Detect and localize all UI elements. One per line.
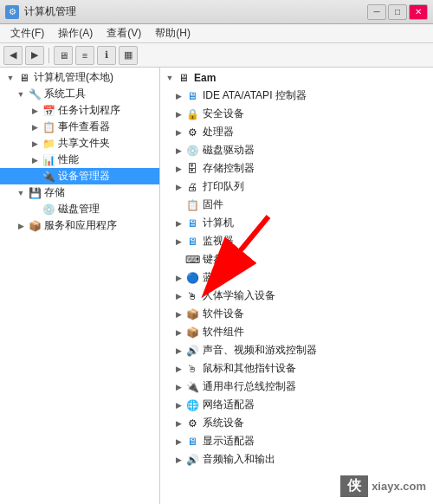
header-arrow: ▼ xyxy=(164,72,176,84)
extra-button[interactable]: ▦ xyxy=(119,46,138,65)
disk-arrow xyxy=(28,203,42,216)
shared-arrow: ▶ xyxy=(28,137,42,151)
sw-comp-arrow: ▶ xyxy=(172,326,184,339)
mouse-icon: 🖱 xyxy=(185,362,199,376)
system-tools-icon: 🔧 xyxy=(28,87,42,101)
maximize-button[interactable]: □ xyxy=(388,4,407,20)
info-button[interactable]: ℹ xyxy=(97,46,116,65)
perf-label: 性能 xyxy=(58,152,79,167)
list-button[interactable]: ≡ xyxy=(75,46,94,65)
sound-icon: 🔊 xyxy=(185,344,199,358)
security-arrow: ▶ xyxy=(172,108,184,120)
dev-usb[interactable]: ▶ 🔌 通用串行总线控制器 xyxy=(160,378,433,396)
tree-disk-management[interactable]: 💿 磁盘管理 xyxy=(0,201,159,217)
tree-event-viewer[interactable]: ▶ 📋 事件查看器 xyxy=(0,119,159,135)
dev-monitor[interactable]: ▶ 🖥 监视器 xyxy=(160,232,433,250)
storage-ctrl-arrow: ▶ xyxy=(172,163,184,175)
dev-security[interactable]: ▶ 🔒 安全设备 xyxy=(160,105,433,123)
sw-comp-icon: 📦 xyxy=(185,326,199,339)
minimize-button[interactable]: ─ xyxy=(367,4,386,20)
event-label: 事件查看器 xyxy=(58,120,110,134)
tree-system-tools[interactable]: ▼ 🔧 系统工具 xyxy=(0,86,159,102)
dev-hid[interactable]: ▶ 🖱 人体学输入设备 xyxy=(160,287,433,305)
dev-print[interactable]: ▶ 🖨 打印队列 xyxy=(160,178,433,196)
dev-display[interactable]: ▶ 🖥 显示适配器 xyxy=(160,432,433,450)
computer-button[interactable]: 🖥 xyxy=(54,46,73,65)
disk-drives-label: 磁盘驱动器 xyxy=(203,143,255,158)
audio-icon: 🔊 xyxy=(185,453,199,467)
storage-arrow: ▼ xyxy=(14,186,28,200)
bluetooth-icon: 🔵 xyxy=(185,271,199,285)
computer-icon: 🖥 xyxy=(185,216,199,230)
storage-icon: 💾 xyxy=(28,186,42,200)
disk-icon: 💿 xyxy=(42,203,55,216)
keyboard-icon: ⌨ xyxy=(185,253,199,267)
dev-storage-ctrl[interactable]: ▶ 🗄 存储控制器 xyxy=(160,159,433,178)
menu-action[interactable]: 操作(A) xyxy=(51,24,100,42)
sw-dev-icon: 📦 xyxy=(185,307,199,321)
dev-keyboard[interactable]: ⌨ 键盘 xyxy=(160,250,433,268)
dev-disk-drives[interactable]: ▶ 💿 磁盘驱动器 xyxy=(160,141,433,159)
monitor-arrow: ▶ xyxy=(172,236,184,248)
tree-services[interactable]: ▶ 📦 服务和应用程序 xyxy=(0,217,159,234)
system-tools-arrow: ▼ xyxy=(14,87,28,101)
security-icon: 🔒 xyxy=(185,107,199,121)
forward-button[interactable]: ▶ xyxy=(25,46,44,65)
dev-firmware[interactable]: 📋 固件 xyxy=(160,196,433,214)
storage-label: 存储 xyxy=(44,185,65,200)
dev-software-dev[interactable]: ▶ 📦 软件设备 xyxy=(160,305,433,323)
dev-software-comp[interactable]: ▶ 📦 软件组件 xyxy=(160,323,433,341)
sound-arrow: ▶ xyxy=(172,345,184,357)
hid-icon: 🖱 xyxy=(185,289,199,303)
root-icon: 🖥 xyxy=(17,71,31,85)
tree-task-scheduler[interactable]: ▶ 📅 任务计划程序 xyxy=(0,102,159,119)
menu-help[interactable]: 帮助(H) xyxy=(148,24,197,42)
dev-computer[interactable]: ▶ 🖥 计算机 xyxy=(160,214,433,232)
monitor-icon: 🖥 xyxy=(185,235,199,249)
dev-ide[interactable]: ▶ 🖥 IDE ATA/ATAPI 控制器 xyxy=(160,87,433,105)
services-label: 服务和应用程序 xyxy=(44,218,117,233)
tree-shared-folders[interactable]: ▶ 📁 共享文件夹 xyxy=(0,135,159,152)
close-button[interactable]: ✕ xyxy=(409,4,428,20)
hid-label: 人体学输入设备 xyxy=(203,288,275,303)
dev-mouse[interactable]: ▶ 🖱 鼠标和其他指针设备 xyxy=(160,359,433,378)
usb-icon: 🔌 xyxy=(185,380,199,394)
mouse-arrow: ▶ xyxy=(172,363,184,375)
computer-label: 计算机 xyxy=(203,216,234,230)
print-label: 打印队列 xyxy=(203,179,244,194)
sw-comp-label: 软件组件 xyxy=(203,325,244,339)
perf-arrow: ▶ xyxy=(28,153,42,167)
shared-icon: 📁 xyxy=(42,137,55,151)
menu-view[interactable]: 查看(V) xyxy=(100,24,148,42)
dev-bluetooth[interactable]: ▶ 🔵 蓝牙 xyxy=(160,268,433,287)
display-icon: 🖥 xyxy=(185,435,199,449)
disk-drives-icon: 💿 xyxy=(185,144,199,158)
task-icon: 📅 xyxy=(42,104,55,118)
main-area: ▼ 🖥 计算机管理(本地) ▼ 🔧 系统工具 ▶ 📅 任务计划程序 ▶ 📋 事件… xyxy=(0,68,433,504)
event-icon: 📋 xyxy=(42,120,55,134)
keyboard-label: 键盘 xyxy=(203,252,223,267)
title-bar-text: 计算机管理 xyxy=(24,4,76,19)
network-arrow: ▶ xyxy=(172,399,184,411)
shared-label: 共享文件夹 xyxy=(58,136,110,151)
display-arrow: ▶ xyxy=(172,436,184,448)
dev-audio[interactable]: ▶ 🔊 音频输入和输出 xyxy=(160,450,433,468)
print-icon: 🖨 xyxy=(185,180,199,194)
storage-ctrl-icon: 🗄 xyxy=(185,162,199,176)
dev-network[interactable]: ▶ 🌐 网络适配器 xyxy=(160,396,433,414)
audio-arrow: ▶ xyxy=(172,454,184,466)
left-panel: ▼ 🖥 计算机管理(本地) ▼ 🔧 系统工具 ▶ 📅 任务计划程序 ▶ 📋 事件… xyxy=(0,68,160,504)
toolbar-separator xyxy=(48,48,49,63)
dev-sound[interactable]: ▶ 🔊 声音、视频和游戏控制器 xyxy=(160,341,433,359)
tree-storage[interactable]: ▼ 💾 存储 xyxy=(0,184,159,201)
back-button[interactable]: ◀ xyxy=(3,46,23,65)
system-arrow: ▶ xyxy=(172,417,184,430)
menu-file[interactable]: 文件(F) xyxy=(3,24,51,42)
tree-performance[interactable]: ▶ 📊 性能 xyxy=(0,152,159,168)
tree-device-manager[interactable]: 🔌 设备管理器 xyxy=(0,168,159,184)
network-icon: 🌐 xyxy=(185,398,199,412)
tree-root[interactable]: ▼ 🖥 计算机管理(本地) xyxy=(0,69,159,86)
storage-ctrl-label: 存储控制器 xyxy=(203,161,255,176)
dev-processor[interactable]: ▶ ⚙ 处理器 xyxy=(160,123,433,141)
dev-system[interactable]: ▶ ⚙ 系统设备 xyxy=(160,414,433,432)
